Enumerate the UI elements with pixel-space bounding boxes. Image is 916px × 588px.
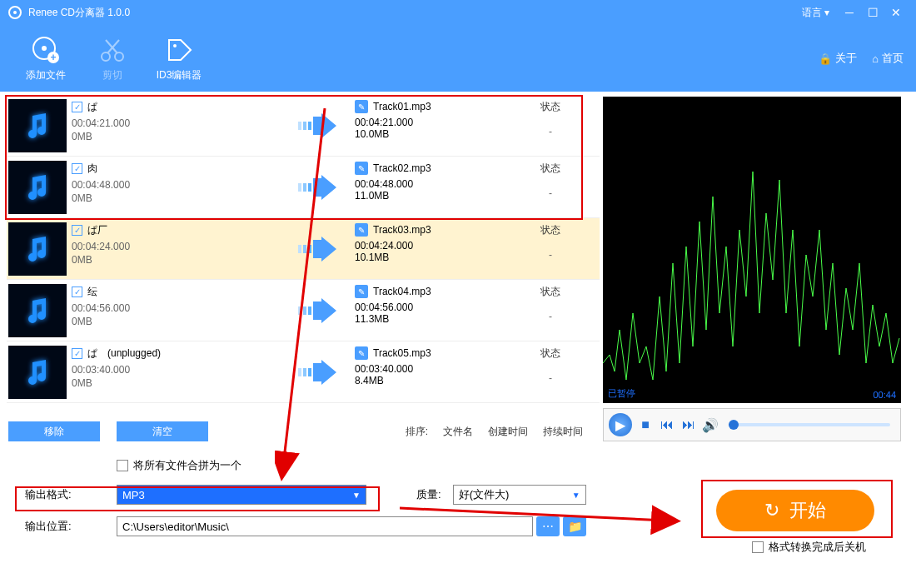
track-row[interactable]: ✓ぱ (unplugged)00:03:40.0000MB✎Track05.mp… <box>7 341 600 403</box>
svg-rect-14 <box>308 183 311 192</box>
arrow-icon <box>288 341 355 402</box>
track-row[interactable]: ✓ぱ厂00:04:24.0000MB✎Track03.mp300:04:24.0… <box>7 218 600 280</box>
next-button[interactable]: ⏭ <box>680 416 697 433</box>
track-thumbnail <box>8 222 67 276</box>
edit-icon[interactable]: ✎ <box>355 223 368 237</box>
track-name: 纭 <box>87 285 97 299</box>
quality-select[interactable]: 好(文件大) ▼ <box>453 485 586 505</box>
output-filename: Track03.mp3 <box>373 224 431 236</box>
id3-editor-button[interactable]: ID3编辑器 <box>146 35 212 82</box>
output-duration: 00:04:21.000 <box>355 117 521 128</box>
sort-duration[interactable]: 持续时间 <box>543 425 583 439</box>
svg-rect-21 <box>298 368 301 376</box>
edit-icon[interactable]: ✎ <box>355 285 368 298</box>
status-label: 状态 <box>521 162 580 176</box>
track-duration: 00:04:21.000 <box>72 117 288 129</box>
tag-icon <box>164 35 194 65</box>
sort-created[interactable]: 创建时间 <box>488 425 528 439</box>
track-size: 0MB <box>72 316 288 327</box>
play-button[interactable]: ▶ <box>609 413 632 436</box>
app-icon <box>8 6 22 19</box>
edit-icon[interactable]: ✎ <box>355 162 368 175</box>
svg-line-6 <box>107 40 119 53</box>
lock-icon: 🔒 <box>819 52 832 65</box>
arrow-icon <box>288 218 355 279</box>
status-value: - <box>521 126 580 137</box>
player-controls: ▶ ■ ⏮ ⏭ 🔊 <box>603 408 901 441</box>
edit-icon[interactable]: ✎ <box>355 346 368 360</box>
preview-status: 已暂停 <box>608 387 635 400</box>
track-checkbox[interactable]: ✓ <box>72 163 82 174</box>
status-value: - <box>521 249 580 261</box>
more-button[interactable]: ⋯ <box>536 516 560 536</box>
svg-rect-17 <box>308 245 311 253</box>
status-label: 状态 <box>521 223 580 237</box>
track-checkbox[interactable]: ✓ <box>72 102 82 112</box>
format-select[interactable]: MP3 ▼ <box>117 485 366 505</box>
status-label: 状态 <box>521 285 580 299</box>
merge-checkbox[interactable] <box>117 460 128 471</box>
track-thumbnail <box>8 284 67 337</box>
edit-icon[interactable]: ✎ <box>355 100 368 113</box>
stop-button[interactable]: ■ <box>637 416 654 433</box>
prev-button[interactable]: ⏮ <box>659 416 675 433</box>
add-file-button[interactable]: + 添加文件 <box>12 35 79 82</box>
output-size: 11.0MB <box>355 190 521 202</box>
svg-rect-15 <box>298 245 301 253</box>
waveform-preview: 已暂停 00:44 <box>603 97 901 403</box>
track-checkbox[interactable]: ✓ <box>72 348 82 359</box>
track-row[interactable]: ✓ぱ00:04:21.0000MB✎Track01.mp300:04:21.00… <box>7 95 600 157</box>
refresh-icon: ↻ <box>764 500 779 521</box>
svg-point-1 <box>42 46 47 51</box>
merge-label: 将所有文件合拼为一个 <box>133 458 241 473</box>
shutdown-label: 格式转换完成后关机 <box>769 540 866 555</box>
output-size: 8.4MB <box>355 375 521 386</box>
track-duration: 00:04:56.000 <box>72 302 288 314</box>
shutdown-checkbox[interactable] <box>752 541 764 553</box>
minimize-button[interactable]: ─ <box>838 4 861 21</box>
preview-time: 00:44 <box>873 390 896 400</box>
svg-rect-23 <box>308 368 311 376</box>
track-name: 肉 <box>87 162 97 176</box>
cut-button[interactable]: 剪切 <box>79 35 146 82</box>
clear-button[interactable]: 清空 <box>117 421 208 441</box>
maximize-button[interactable]: ☐ <box>861 4 884 21</box>
output-duration: 00:04:48.000 <box>355 178 521 190</box>
arrow-icon <box>288 280 355 341</box>
track-row[interactable]: ✓肉00:04:48.0000MB✎Track02.mp300:04:48.00… <box>7 157 600 218</box>
track-thumbnail <box>8 161 67 214</box>
output-filename: Track04.mp3 <box>373 286 431 297</box>
svg-point-4 <box>102 52 110 61</box>
output-size: 10.0MB <box>355 128 521 140</box>
chevron-down-icon: ▼ <box>572 491 580 500</box>
svg-point-5 <box>115 52 123 61</box>
about-link[interactable]: 🔒 关于 <box>819 51 857 66</box>
app-title: Renee CD分离器 1.0.0 <box>28 6 130 20</box>
seek-slider[interactable] <box>729 423 890 426</box>
volume-button[interactable]: 🔊 <box>702 416 719 433</box>
status-value: - <box>521 311 580 322</box>
language-dropdown[interactable]: 语言 ▾ <box>802 6 829 20</box>
preview-panel: 已暂停 00:44 ▶ ■ ⏮ ⏭ 🔊 <box>600 92 908 450</box>
output-size: 10.1MB <box>355 252 521 263</box>
start-button[interactable]: ↻ 开始 <box>716 490 874 531</box>
remove-button[interactable]: 移除 <box>8 421 100 441</box>
status-value: - <box>521 372 580 384</box>
output-duration: 00:04:24.000 <box>355 240 521 252</box>
home-icon: ⌂ <box>872 52 879 65</box>
output-path-input[interactable]: C:\Users\editor\Music\ <box>117 516 533 536</box>
arrow-icon <box>288 157 355 217</box>
track-name: ぱ (unplugged) <box>87 346 161 361</box>
browse-folder-button[interactable]: 📁 <box>563 516 586 536</box>
output-filename: Track02.mp3 <box>373 162 431 174</box>
track-row[interactable]: ✓纭00:04:56.0000MB✎Track04.mp300:04:56.00… <box>7 280 600 341</box>
track-checkbox[interactable]: ✓ <box>72 225 82 236</box>
track-checkbox[interactable]: ✓ <box>72 287 82 297</box>
track-list[interactable]: ✓ぱ00:04:21.0000MB✎Track01.mp300:04:21.00… <box>7 95 600 418</box>
svg-rect-16 <box>303 245 306 253</box>
home-link[interactable]: ⌂ 首页 <box>872 51 904 66</box>
output-path-label: 输出位置: <box>25 519 117 534</box>
output-settings: 将所有文件合拼为一个 输出格式: MP3 ▼ 质量: 好(文件大) ▼ 输出位置… <box>0 450 916 588</box>
close-button[interactable]: ✕ <box>884 4 908 21</box>
sort-filename[interactable]: 文件名 <box>443 425 473 439</box>
